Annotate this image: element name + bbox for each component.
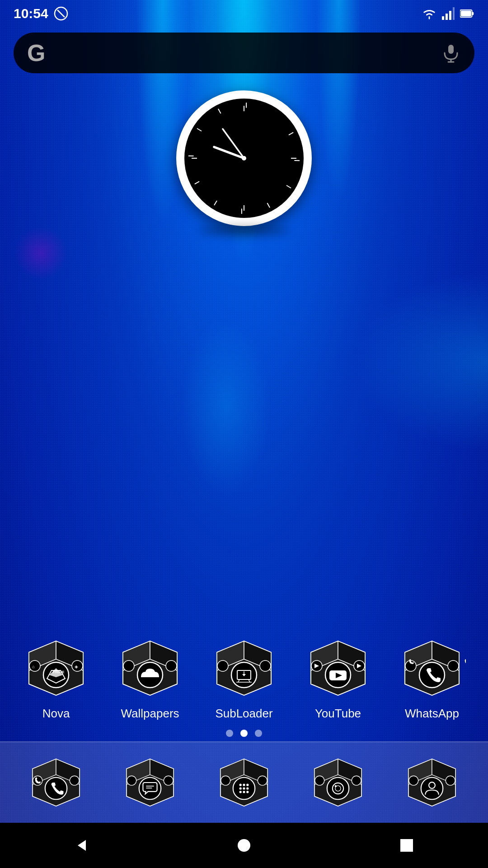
recents-button[interactable] — [389, 827, 425, 863]
wifi-icon — [422, 6, 436, 21]
page-dot-1[interactable] — [226, 730, 233, 737]
app-item-nova[interactable]: PRIME ⌂ ◈ Nova — [18, 634, 94, 721]
svg-line-17 — [294, 158, 300, 163]
nova-label: Nova — [42, 707, 70, 721]
svg-rect-2 — [442, 16, 444, 20]
svg-rect-4 — [449, 11, 451, 20]
svg-text:⌂: ⌂ — [32, 664, 35, 669]
svg-point-94 — [243, 784, 245, 786]
dock — [0, 741, 488, 823]
app-item-subloader[interactable]: SubLoader — [206, 634, 282, 721]
flare-left — [14, 226, 68, 280]
svg-point-99 — [239, 791, 242, 793]
svg-line-26 — [244, 103, 249, 108]
status-right — [422, 6, 474, 21]
svg-point-118 — [409, 776, 418, 785]
app-grid: PRIME ⌂ ◈ Nova — [0, 634, 488, 746]
app-item-wallpapers[interactable]: Wallpapers — [112, 634, 188, 721]
camera-dock-icon — [309, 753, 367, 812]
clock-widget[interactable] — [176, 90, 312, 226]
svg-point-96 — [239, 787, 242, 789]
spotlight-right — [316, 0, 361, 203]
subloader-icon — [210, 634, 278, 702]
svg-point-107 — [327, 778, 349, 800]
home-button[interactable] — [226, 827, 262, 863]
apps-dock-icon — [215, 753, 273, 812]
svg-point-45 — [123, 660, 134, 671]
svg-point-74 — [448, 660, 459, 671]
notification-blocked-icon — [54, 6, 68, 21]
app-item-whatsapp[interactable]: WhatsApp — [394, 634, 470, 721]
svg-point-88 — [164, 776, 173, 785]
svg-point-111 — [315, 776, 324, 785]
svg-point-112 — [352, 776, 361, 785]
svg-point-101 — [246, 791, 249, 793]
subloader-label: SubLoader — [215, 707, 272, 721]
dock-item-contacts[interactable] — [398, 753, 466, 812]
svg-point-57 — [217, 660, 228, 671]
svg-line-19 — [266, 203, 271, 208]
svg-rect-7 — [472, 12, 474, 15]
dock-item-apps[interactable] — [210, 753, 278, 812]
whatsapp-icon — [398, 634, 466, 702]
contacts-dock-icon — [403, 753, 461, 812]
clock-face — [176, 90, 312, 226]
svg-text:PRIME: PRIME — [53, 670, 65, 674]
dock-item-phone[interactable] — [22, 753, 90, 812]
signal-icon — [441, 6, 455, 21]
page-indicators — [9, 730, 479, 737]
svg-line-23 — [188, 154, 194, 158]
dock-item-camera[interactable] — [304, 753, 372, 812]
svg-point-98 — [246, 787, 249, 789]
nova-icon: PRIME ⌂ ◈ — [22, 634, 90, 702]
youtube-icon — [304, 634, 372, 702]
whatsapp-label: WhatsApp — [405, 707, 459, 721]
wallpapers-label: Wallpapers — [121, 707, 179, 721]
spotlight-bottom-right — [352, 271, 488, 452]
svg-point-102 — [221, 776, 230, 785]
svg-point-119 — [446, 776, 455, 785]
svg-marker-120 — [78, 840, 86, 851]
svg-point-79 — [33, 776, 42, 785]
app-item-youtube[interactable]: YouTube — [300, 634, 376, 721]
dock-item-messages[interactable] — [116, 753, 184, 812]
svg-point-103 — [258, 776, 267, 785]
svg-line-25 — [217, 109, 222, 113]
page-dot-2[interactable] — [240, 730, 248, 737]
svg-point-95 — [246, 784, 249, 786]
svg-point-100 — [243, 791, 245, 793]
status-time: 10:54 — [14, 6, 48, 21]
youtube-label: YouTube — [315, 707, 361, 721]
svg-point-87 — [127, 776, 136, 785]
svg-rect-5 — [453, 7, 455, 20]
search-left: G — [27, 41, 45, 65]
svg-rect-9 — [448, 45, 454, 54]
svg-point-80 — [70, 776, 79, 785]
svg-point-93 — [239, 784, 242, 786]
svg-point-121 — [238, 839, 250, 852]
google-logo: G — [27, 41, 45, 65]
back-button[interactable] — [63, 827, 99, 863]
svg-rect-122 — [400, 839, 413, 852]
page-dot-3[interactable] — [255, 730, 262, 737]
status-left: 10:54 — [14, 6, 68, 21]
svg-line-16 — [289, 131, 293, 137]
wallpapers-icon — [116, 634, 184, 702]
mic-icon[interactable] — [441, 43, 461, 63]
svg-line-1 — [57, 10, 65, 17]
phone-dock-icon — [27, 753, 85, 812]
svg-point-46 — [166, 660, 177, 671]
svg-line-20 — [239, 208, 244, 214]
status-bar: 10:54 — [0, 0, 488, 27]
svg-line-22 — [195, 180, 199, 185]
svg-line-21 — [214, 201, 217, 205]
clock-shadow — [199, 226, 289, 235]
battery-icon — [460, 6, 474, 21]
svg-rect-8 — [461, 11, 471, 16]
svg-point-110 — [335, 785, 337, 787]
messages-dock-icon — [121, 753, 179, 812]
search-bar[interactable]: G — [14, 33, 474, 73]
app-row: PRIME ⌂ ◈ Nova — [9, 634, 479, 721]
svg-rect-3 — [446, 14, 448, 20]
svg-point-29 — [242, 156, 246, 160]
